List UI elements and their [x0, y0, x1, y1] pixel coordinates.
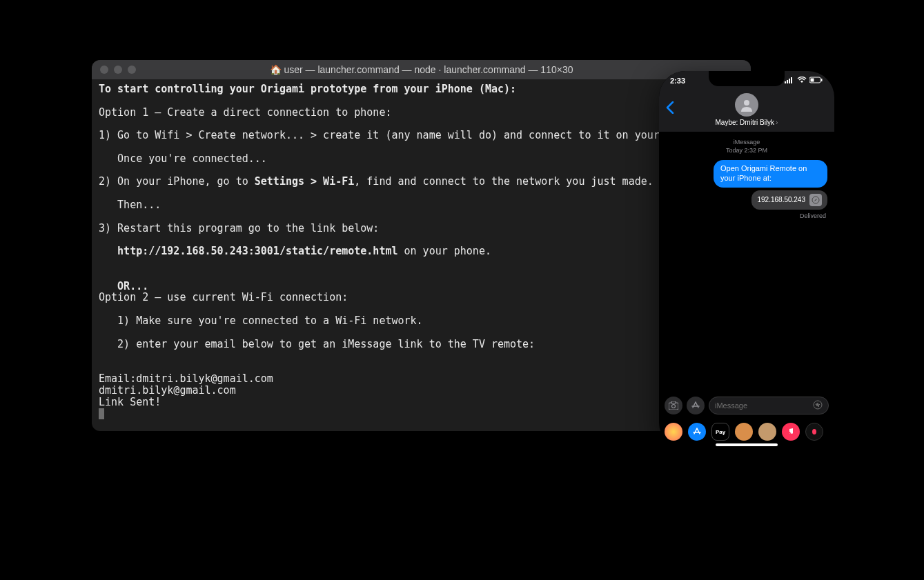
terminal-url: http://192.168.50.243:3001/static/remote…: [99, 245, 397, 257]
app-music[interactable]: [782, 423, 800, 441]
terminal-title: 🏠 user — launcher.command — node ∙ launc…: [92, 64, 751, 75]
app-extra[interactable]: [805, 423, 823, 441]
svg-rect-11: [671, 401, 676, 403]
minimize-button[interactable]: [114, 66, 122, 74]
thread-time: Today 2:32 PM: [666, 147, 827, 155]
terminal-body[interactable]: To start controlling your Origami protot…: [92, 79, 751, 426]
thread-timestamp: iMessage Today 2:32 PM: [666, 139, 827, 154]
svg-rect-3: [791, 77, 792, 83]
battery-icon: [809, 77, 823, 85]
terminal-line: , find and connect to the network you ju…: [354, 175, 653, 188]
svg-point-10: [672, 405, 676, 408]
terminal-line: Once you're connected...: [99, 152, 267, 165]
imessage-placeholder: iMessage: [715, 401, 747, 410]
appstore-apps-button[interactable]: [687, 397, 705, 414]
chevron-right-icon: ›: [776, 119, 778, 126]
svg-rect-6: [821, 79, 823, 81]
wifi-icon: [797, 77, 807, 85]
app-photos[interactable]: [665, 423, 682, 441]
imessage-app-strip[interactable]: Pay: [659, 423, 834, 441]
contact-name: Maybe: Dmitri Bilyk: [716, 119, 775, 126]
messages-nav: Maybe: Dmitri Bilyk›: [659, 90, 834, 132]
zoom-button[interactable]: [128, 66, 136, 74]
message-thread[interactable]: iMessage Today 2:32 PM Open Origami Remo…: [659, 132, 834, 394]
status-icons: [785, 77, 823, 85]
cellular-icon: [785, 77, 794, 85]
sent-message-bubble[interactable]: Open Origami Remote on your iPhone at:: [714, 160, 827, 188]
status-time: 2:33: [670, 77, 685, 85]
iphone-notch: [709, 71, 785, 86]
terminal-line: 2) enter your email below to get an iMes…: [99, 338, 535, 350]
app-appstore[interactable]: [688, 423, 706, 441]
svg-rect-0: [785, 81, 786, 83]
message-row: Open Origami Remote on your iPhone at:: [666, 160, 827, 188]
terminal-line: 1) Make sure you're connected to a Wi-Fi…: [99, 314, 423, 327]
svg-rect-1: [787, 80, 788, 83]
terminal-line: 2) On your iPhone, go to: [99, 175, 255, 188]
app-applepay[interactable]: Pay: [711, 423, 729, 441]
contact-name-row[interactable]: Maybe: Dmitri Bilyk›: [666, 119, 827, 126]
terminal-line: 1) Go to Wifi > Create network... > crea…: [99, 129, 691, 141]
home-indicator[interactable]: [716, 443, 778, 446]
terminal-titlebar: 🏠 user — launcher.command — node ∙ launc…: [92, 60, 751, 79]
terminal-heading: To start controlling your Origami protot…: [99, 83, 516, 95]
delivered-status: Delivered: [666, 212, 827, 219]
back-button[interactable]: [666, 100, 674, 118]
iphone-frame: 2:33 Maybe: Dmitri Bilyk› iMessage Today: [659, 71, 834, 449]
svg-rect-2: [789, 79, 790, 83]
terminal-cursor: [99, 408, 104, 419]
message-row: 192.168.50.243: [666, 190, 827, 210]
terminal-email-echo: dmitri.bilyk@gmail.com: [99, 384, 236, 397]
link-preview-text: 192.168.50.243: [757, 196, 805, 203]
terminal-line: Then...: [99, 199, 161, 211]
imessage-input[interactable]: iMessage: [709, 397, 829, 414]
terminal-line: Option 2 — use current Wi-Fi connection:: [99, 291, 348, 303]
terminal-link-sent: Link Sent!: [99, 396, 161, 408]
thread-service: iMessage: [666, 139, 827, 147]
terminal-line: 3) Restart this program go to the link b…: [99, 222, 379, 234]
svg-point-7: [744, 100, 749, 106]
camera-button[interactable]: [665, 397, 682, 414]
link-preview-bubble[interactable]: 192.168.50.243: [751, 190, 827, 210]
terminal-line-bold: Settings > Wi-Fi: [255, 175, 355, 188]
terminal-line: Option 1 — Create a direct connection to…: [99, 106, 391, 119]
message-input-row: iMessage: [659, 392, 834, 419]
app-memoji-1[interactable]: [735, 423, 753, 441]
terminal-email-prompt: Email:dmitri.bilyk@gmail.com: [99, 372, 273, 385]
app-memoji-2[interactable]: [758, 423, 776, 441]
terminal-window: 🏠 user — launcher.command — node ∙ launc…: [92, 60, 751, 431]
safari-icon: [809, 194, 822, 206]
terminal-or: OR...: [99, 280, 148, 292]
svg-rect-5: [811, 79, 814, 82]
traffic-lights: [100, 66, 136, 74]
terminal-line: on your phone.: [397, 245, 491, 257]
voice-memo-icon[interactable]: [813, 400, 823, 411]
close-button[interactable]: [100, 66, 108, 74]
contact-avatar[interactable]: [735, 93, 758, 117]
